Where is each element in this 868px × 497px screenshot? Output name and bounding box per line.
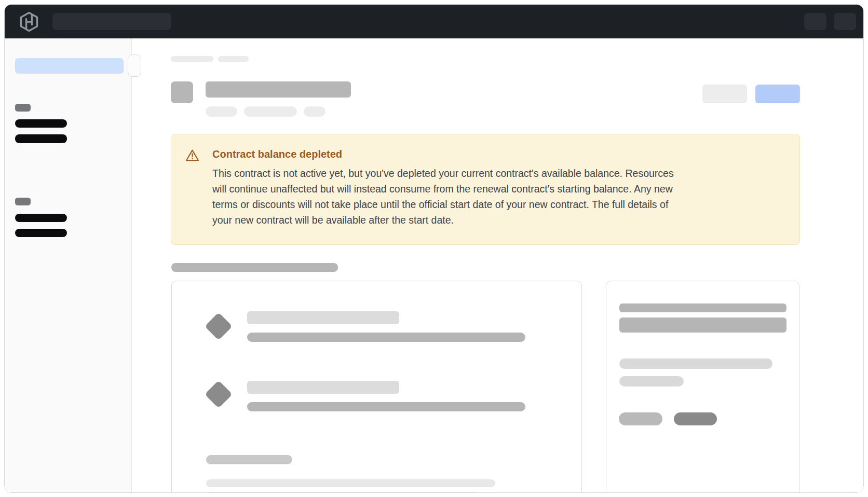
sidebar-item-skeleton[interactable]	[15, 119, 67, 128]
page-badge-skeleton-2	[244, 106, 297, 117]
summary-title-skeleton	[619, 303, 786, 312]
diamond-icon	[205, 312, 233, 340]
sidebar	[5, 38, 132, 492]
card-footer-label-skeleton	[206, 455, 292, 464]
alert-body: This contract is not active yet, but you…	[212, 165, 674, 228]
left-card	[171, 281, 582, 493]
summary-line-skeleton	[619, 358, 772, 369]
alert-title: Contract balance depleted	[212, 147, 674, 161]
app-window: Contract balance depleted This contract …	[4, 4, 864, 493]
list-item-text-skeleton	[247, 333, 525, 342]
topbar-actions	[804, 13, 856, 30]
summary-line-skeleton	[619, 376, 684, 386]
warning-alert: Contract balance depleted This contract …	[171, 134, 800, 245]
card-button-skeleton-1[interactable]	[619, 412, 662, 425]
breadcrumb-skeleton-1[interactable]	[171, 56, 213, 62]
topbar	[5, 5, 863, 38]
card-footer-line-skeleton	[206, 479, 495, 487]
alert-content: Contract balance depleted This contract …	[212, 147, 674, 244]
topbar-action-skeleton-2[interactable]	[834, 13, 856, 30]
diamond-icon	[205, 380, 233, 408]
topbar-action-skeleton-1[interactable]	[804, 13, 826, 30]
sidebar-item-skeleton[interactable]	[15, 229, 67, 237]
page-title-skeleton	[206, 81, 351, 98]
secondary-button-skeleton[interactable]	[702, 85, 747, 103]
page-badge-skeleton-3	[304, 106, 326, 117]
sidebar-section-label-skeleton	[15, 104, 31, 112]
summary-value-skeleton	[619, 317, 786, 333]
primary-button-skeleton[interactable]	[755, 85, 800, 103]
sidebar-active-item-skeleton[interactable]	[15, 58, 124, 74]
card-footer-line-skeleton	[206, 492, 478, 493]
sidebar-section-label-skeleton	[15, 198, 31, 205]
sidebar-item-skeleton[interactable]	[15, 134, 67, 143]
section-heading-skeleton	[171, 263, 338, 272]
breadcrumb-skeleton-2[interactable]	[218, 56, 249, 62]
search-input-skeleton[interactable]	[52, 13, 171, 30]
app-body: Contract balance depleted This contract …	[5, 38, 863, 492]
alert-triangle-icon	[185, 147, 199, 244]
list-item-title-skeleton	[247, 381, 399, 394]
sidebar-item-skeleton[interactable]	[15, 214, 67, 222]
screenshot-root: Contract balance depleted This contract …	[0, 0, 868, 497]
hashicorp-logo-icon[interactable]	[19, 11, 39, 33]
right-card	[606, 281, 799, 493]
sidebar-collapse-handle[interactable]	[128, 54, 141, 77]
page-icon-skeleton	[171, 81, 193, 103]
list-item-text-skeleton	[247, 402, 525, 411]
main-content: Contract balance depleted This contract …	[132, 38, 863, 492]
page-badge-skeleton-1	[206, 106, 237, 117]
list-item-title-skeleton	[247, 311, 399, 324]
card-button-skeleton-2[interactable]	[674, 412, 717, 425]
